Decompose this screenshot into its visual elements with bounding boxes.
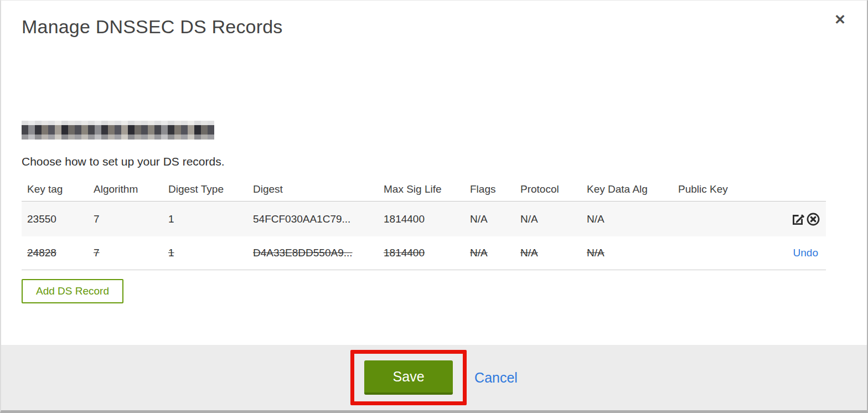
col-header-public-key: Public Key — [673, 183, 745, 195]
col-header-digest: Digest — [247, 183, 378, 195]
cell-key-tag: 24828 — [22, 247, 88, 259]
cancel-link[interactable]: Cancel — [474, 370, 518, 386]
table-row: 23550 7 1 54FCF030AA1C79... 1814400 N/A … — [22, 202, 826, 236]
cell-digest: D4A33E8DD550A9... — [247, 247, 378, 259]
row-actions — [785, 212, 826, 226]
red-annotation-rectangle: Save — [350, 350, 467, 405]
col-header-key-tag: Key tag — [22, 183, 88, 195]
cell-key-data-alg: N/A — [581, 213, 673, 225]
delete-icon[interactable] — [806, 212, 820, 226]
save-button[interactable]: Save — [364, 360, 453, 395]
cell-digest-type: 1 — [163, 247, 247, 259]
intro-text: Choose how to set up your DS records. — [22, 155, 867, 168]
cell-flags: N/A — [464, 247, 515, 259]
undo-link[interactable]: Undo — [793, 247, 818, 259]
cell-algorithm: 7 — [88, 213, 163, 225]
cell-algorithm: 7 — [88, 247, 163, 259]
cell-digest: 54FCF030AA1C79... — [247, 213, 378, 225]
col-header-flags: Flags — [464, 183, 515, 195]
add-ds-record-button[interactable]: Add DS Record — [22, 279, 123, 303]
col-header-digest-type: Digest Type — [163, 183, 247, 195]
cell-key-tag: 23550 — [22, 213, 88, 225]
col-header-protocol: Protocol — [515, 183, 581, 195]
table-header-row: Key tag Algorithm Digest Type Digest Max… — [22, 177, 826, 202]
page-title: Manage DNSSEC DS Records — [22, 16, 867, 38]
dnssec-modal: Manage DNSSEC DS Records ✕ Choose how to… — [0, 0, 868, 413]
cell-flags: N/A — [464, 213, 515, 225]
cell-max-sig-life: 1814400 — [378, 247, 464, 259]
close-icon[interactable]: ✕ — [834, 13, 846, 27]
modal-footer: Save Cancel — [1, 345, 867, 410]
table-row-deleted: 24828 7 1 D4A33E8DD550A9... 1814400 N/A … — [22, 236, 826, 270]
cell-max-sig-life: 1814400 — [378, 213, 464, 225]
cell-protocol: N/A — [515, 213, 581, 225]
cell-protocol: N/A — [515, 247, 581, 259]
cell-digest-type: 1 — [163, 213, 247, 225]
col-header-algorithm: Algorithm — [88, 183, 163, 195]
row-actions: Undo — [788, 247, 826, 259]
cell-key-data-alg: N/A — [581, 247, 673, 259]
edit-icon[interactable] — [790, 212, 805, 226]
redacted-domain-name — [22, 121, 214, 140]
col-header-max-sig-life: Max Sig Life — [378, 183, 464, 195]
ds-records-table: Key tag Algorithm Digest Type Digest Max… — [22, 177, 826, 270]
col-header-key-data-alg: Key Data Alg — [581, 183, 673, 195]
